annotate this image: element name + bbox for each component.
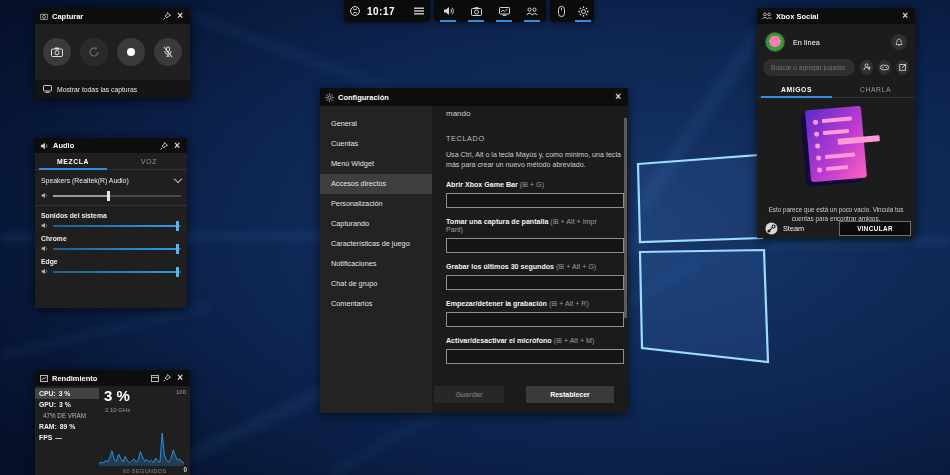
tab-amigos[interactable]: AMIGOS xyxy=(757,82,836,97)
stat-gpu[interactable]: GPU:3 % xyxy=(35,399,99,410)
add-friend-button[interactable] xyxy=(860,60,873,75)
nav-menu-widget[interactable]: Menú Widget xyxy=(320,154,432,174)
nav-comentarios[interactable]: Comentarios xyxy=(320,294,432,314)
axis-x-label: 60 SEGUNDOS xyxy=(123,468,167,474)
tab-voz[interactable]: VOZ xyxy=(111,153,187,169)
mouse-clickthrough-button[interactable] xyxy=(550,0,572,22)
performance-stats: CPU:3 % GPU:3 % 47% DE VRAM RAM:89 % FPS… xyxy=(35,386,99,474)
performance-panel: Rendimiento × CPU:3 % GPU:3 % 47% DE VRA… xyxy=(35,370,190,475)
avatar[interactable] xyxy=(765,32,785,52)
nav-capturando[interactable]: Capturando xyxy=(320,214,432,234)
people-icon xyxy=(762,12,772,20)
stat-vram: 47% DE VRAM xyxy=(35,410,99,421)
notifications-bell-button[interactable] xyxy=(891,34,907,50)
record-button[interactable] xyxy=(117,38,145,66)
audio-titlebar[interactable]: Audio × xyxy=(35,138,187,153)
microphone-muted-button[interactable] xyxy=(154,38,182,66)
stat-fps[interactable]: FPS— xyxy=(35,432,99,443)
settings-content: mando TECLADO Usa Ctrl, Alt o la tecla M… xyxy=(432,106,628,413)
close-icon[interactable]: × xyxy=(175,373,185,383)
compose-message-button[interactable] xyxy=(896,60,909,75)
axis-min: 0 xyxy=(183,466,187,473)
looking-for-group-button[interactable] xyxy=(878,60,891,75)
show-all-captures-button[interactable]: Mostrar todas las capturas xyxy=(35,80,190,98)
speaker-icon xyxy=(41,245,48,252)
capture-buttons xyxy=(35,24,190,80)
settings-panel: Configuración × General Cuentas Menú Wid… xyxy=(320,88,628,413)
screenshot-button[interactable] xyxy=(43,38,71,66)
social-widget-button[interactable] xyxy=(518,0,546,22)
nav-notificaciones[interactable]: Notificaciones xyxy=(320,254,432,274)
nav-accesos-directos[interactable]: Accesos directos xyxy=(320,174,432,194)
shortcut-open-gamebar: Abrir Xbox Game Bar (⊞ + G) xyxy=(446,180,614,208)
xbox-logo-icon[interactable] xyxy=(350,6,360,16)
nav-general[interactable]: General xyxy=(320,114,432,134)
channel-system: Sonidos del sistema xyxy=(35,212,187,229)
search-input[interactable] xyxy=(763,59,855,76)
master-volume-slider[interactable] xyxy=(53,195,181,197)
nav-caracteristicas[interactable]: Características de juego xyxy=(320,234,432,254)
performance-widget-button[interactable] xyxy=(490,0,518,22)
nav-personalizacion[interactable]: Personalización xyxy=(320,194,432,214)
search-row xyxy=(757,58,915,76)
reset-button[interactable]: Restablecer xyxy=(526,386,614,403)
shortcut-input-open-gamebar[interactable] xyxy=(446,193,624,208)
settings-scrollbar[interactable] xyxy=(624,118,627,318)
close-icon[interactable]: × xyxy=(172,141,182,151)
performance-title: Rendimiento xyxy=(52,374,97,383)
shortcut-mic-toggle: Activar/desactivar el micrófono (⊞ + Alt… xyxy=(446,336,614,364)
toolbar-widget-group xyxy=(434,0,546,22)
toolbar-main-group: 10:17 xyxy=(344,0,430,22)
audio-title: Audio xyxy=(53,141,74,150)
pin-icon[interactable] xyxy=(163,12,171,20)
pin-icon[interactable] xyxy=(160,142,168,150)
capture-titlebar[interactable]: Capturar × xyxy=(35,8,190,24)
performance-graph-area: 3 % 2.10 GHz 100 60 SEGUNDOS 0 xyxy=(99,386,190,474)
shortcut-input-record-last[interactable] xyxy=(446,275,624,290)
toolbar-system-group xyxy=(550,0,594,22)
performance-active-indicator xyxy=(496,20,512,22)
widget-menu-icon[interactable] xyxy=(414,7,424,15)
settings-gear-button[interactable] xyxy=(572,0,594,22)
graph-options-icon[interactable] xyxy=(151,375,159,382)
close-icon[interactable]: × xyxy=(613,92,623,102)
capture-title: Capturar xyxy=(52,12,83,21)
capture-panel: Capturar × Mostrar toda xyxy=(35,8,190,98)
stat-cpu[interactable]: CPU:3 % xyxy=(35,388,99,399)
audio-panel: Audio × MEZCLA VOZ Speakers (Realtek(R) … xyxy=(35,138,187,308)
stat-ram[interactable]: RAM:89 % xyxy=(35,421,99,432)
clipped-scroll-text: mando xyxy=(446,109,614,118)
audio-active-indicator xyxy=(440,20,456,22)
close-icon[interactable]: × xyxy=(900,11,910,21)
gear-icon xyxy=(325,93,334,102)
pin-icon[interactable] xyxy=(163,374,171,382)
vincular-button[interactable]: VINCULAR xyxy=(839,221,911,236)
cpu-big-value: 3 % xyxy=(104,387,130,404)
performance-sparkline xyxy=(99,426,184,466)
windows-logo xyxy=(638,155,768,362)
settings-titlebar[interactable]: Configuración × xyxy=(320,88,628,106)
record-last-30-button xyxy=(80,38,108,66)
capture-widget-button[interactable] xyxy=(462,0,490,22)
chrome-volume-slider[interactable] xyxy=(53,248,181,250)
shortcut-input-record-toggle[interactable] xyxy=(446,312,624,327)
edge-volume-slider[interactable] xyxy=(53,271,181,273)
social-titlebar[interactable]: Xbox Social × xyxy=(757,8,915,24)
settings-title: Configuración xyxy=(338,93,389,102)
nav-cuentas[interactable]: Cuentas xyxy=(320,134,432,154)
channel-name: Sonidos del sistema xyxy=(41,212,181,219)
speaker-icon xyxy=(40,142,49,150)
system-volume-slider[interactable] xyxy=(53,225,181,227)
shortcut-input-mic-toggle[interactable] xyxy=(446,349,624,364)
performance-titlebar[interactable]: Rendimiento × xyxy=(35,370,190,386)
tab-mezcla[interactable]: MEZCLA xyxy=(35,153,111,169)
capture-active-indicator xyxy=(468,20,484,22)
tab-charla[interactable]: CHARLA xyxy=(836,82,915,97)
nav-chat-grupo[interactable]: Chat de grupo xyxy=(320,274,432,294)
output-device-dropdown[interactable]: Speakers (Realtek(R) Audio) xyxy=(35,177,187,184)
section-description: Usa Ctrl, Alt o la tecla Mayús y, como m… xyxy=(446,151,624,171)
channel-chrome: Chrome xyxy=(35,235,187,252)
shortcut-input-screenshot[interactable] xyxy=(446,238,624,253)
audio-widget-button[interactable] xyxy=(434,0,462,22)
close-icon[interactable]: × xyxy=(175,11,185,21)
